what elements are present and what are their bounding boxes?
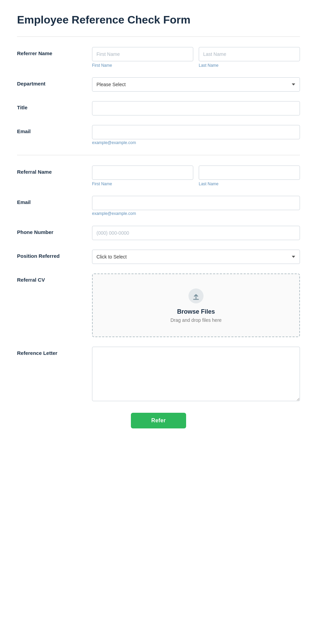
referrer-last-name-wrap: Last Name xyxy=(199,47,300,68)
referral-email-field: example@example.com xyxy=(92,196,300,216)
referrer-email-row: Email example@example.com xyxy=(17,125,300,145)
phone-input[interactable] xyxy=(92,226,300,240)
browse-files-text: Browse Files xyxy=(100,308,292,315)
page-title: Employee Reference Check Form xyxy=(17,14,300,26)
position-select-wrapper: Click to Select Software Engineer Produc… xyxy=(92,250,300,264)
referral-name-fields: First Name Last Name xyxy=(92,166,300,186)
referral-email-label: Email xyxy=(17,196,92,205)
phone-field xyxy=(92,226,300,240)
upload-icon xyxy=(188,288,204,304)
referrer-first-name-hint: First Name xyxy=(92,63,193,68)
referrer-name-row: Referrer Name First Name Last Name xyxy=(17,47,300,68)
section-divider xyxy=(17,155,300,155)
reference-letter-field xyxy=(92,347,300,403)
referral-name-row: Referral Name First Name Last Name xyxy=(17,166,300,186)
refer-button[interactable]: Refer xyxy=(131,413,186,428)
position-label: Position Referred xyxy=(17,250,92,259)
referral-email-row: Email example@example.com xyxy=(17,196,300,216)
referrer-first-name-input[interactable] xyxy=(92,47,193,61)
referral-email-hint: example@example.com xyxy=(92,211,136,216)
position-select[interactable]: Click to Select Software Engineer Produc… xyxy=(92,250,300,264)
referrer-first-name-wrap: First Name xyxy=(92,47,193,68)
title-divider xyxy=(17,36,300,37)
referral-cv-label: Referral CV xyxy=(17,273,92,283)
phone-label: Phone Number xyxy=(17,226,92,235)
referrer-name-label: Referrer Name xyxy=(17,47,92,56)
reference-letter-row: Reference Letter xyxy=(17,347,300,403)
department-row: Department Please Select Human Resources… xyxy=(17,77,300,92)
department-label: Department xyxy=(17,77,92,87)
referral-name-label: Referral Name xyxy=(17,166,92,175)
submit-section: Refer xyxy=(17,413,300,442)
department-select[interactable]: Please Select Human Resources Engineerin… xyxy=(92,77,300,92)
referrer-section: Referrer Name First Name Last Name Depar… xyxy=(17,47,300,145)
title-label: Title xyxy=(17,101,92,110)
title-field xyxy=(92,101,300,115)
referral-section: Referral Name First Name Last Name Email… xyxy=(17,166,300,403)
referral-last-name-wrap: Last Name xyxy=(199,166,300,186)
reference-letter-label: Reference Letter xyxy=(17,347,92,356)
referral-first-name-input[interactable] xyxy=(92,166,193,180)
referral-cv-row: Referral CV Browse Files Drag and drop f… xyxy=(17,273,300,337)
referral-first-name-wrap: First Name xyxy=(92,166,193,186)
referrer-last-name-hint: Last Name xyxy=(199,63,300,68)
reference-letter-textarea[interactable] xyxy=(92,347,300,401)
referrer-email-label: Email xyxy=(17,125,92,134)
file-upload-area[interactable]: Browse Files Drag and drop files here xyxy=(92,273,300,337)
position-row: Position Referred Click to Select Softwa… xyxy=(17,250,300,264)
phone-row: Phone Number xyxy=(17,226,300,240)
drag-drop-text: Drag and drop files here xyxy=(100,317,292,323)
referrer-email-input[interactable] xyxy=(92,125,300,139)
referral-first-name-hint: First Name xyxy=(92,182,193,186)
title-input[interactable] xyxy=(92,101,300,115)
referrer-email-hint: example@example.com xyxy=(92,140,136,145)
title-row: Title xyxy=(17,101,300,115)
referrer-name-fields: First Name Last Name xyxy=(92,47,300,68)
referral-last-name-input[interactable] xyxy=(199,166,300,180)
referral-email-input[interactable] xyxy=(92,196,300,210)
referral-last-name-hint: Last Name xyxy=(199,182,300,186)
referrer-last-name-input[interactable] xyxy=(199,47,300,61)
referrer-email-field: example@example.com xyxy=(92,125,300,145)
department-select-wrapper: Please Select Human Resources Engineerin… xyxy=(92,77,300,92)
